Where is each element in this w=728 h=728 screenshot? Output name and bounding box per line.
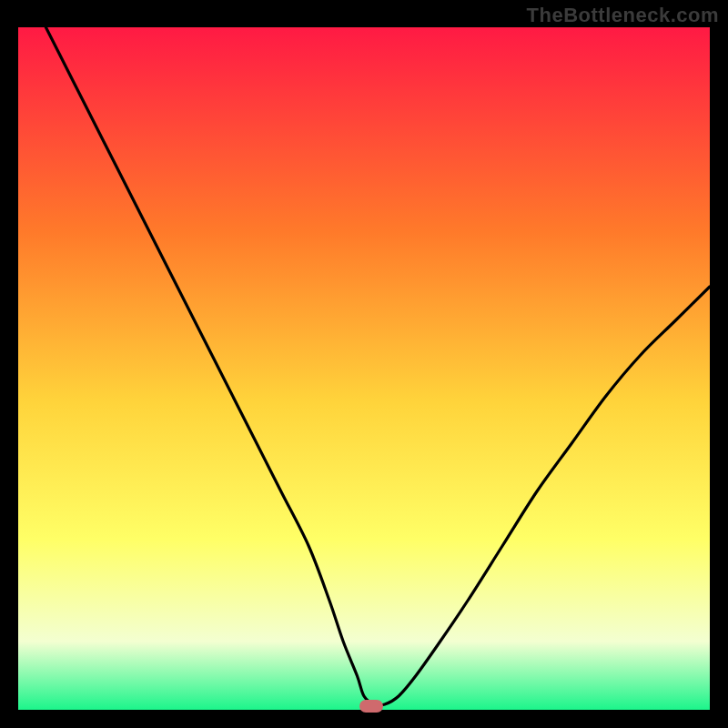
plot-area — [18, 27, 710, 710]
bottleneck-marker — [359, 700, 383, 713]
chart-frame: TheBottleneck.com — [0, 0, 728, 728]
attribution-text: TheBottleneck.com — [527, 4, 719, 27]
gradient-background — [18, 27, 710, 710]
chart-svg — [18, 27, 710, 710]
